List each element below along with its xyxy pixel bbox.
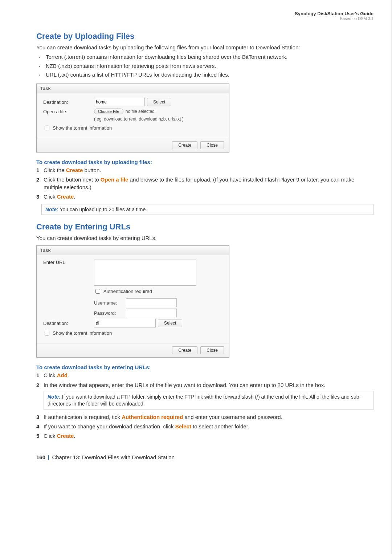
step-item: Click Add. [36, 372, 373, 379]
step-item: Click the button next to Open a file and… [36, 176, 373, 191]
steps1-headingData type: To create download tasks by uploading fi… [36, 159, 373, 165]
password-input[interactable] [126, 309, 177, 317]
file-hint: ( eg. download.torrent, download.nzb, ur… [94, 117, 222, 122]
step-item: In the window that appears, enter the UR… [36, 382, 373, 410]
doc-title: Synology DiskStation User's Guide [36, 11, 373, 16]
close-button[interactable]: Close [200, 346, 224, 354]
steps2-heading: To create download tasks by entering URL… [36, 364, 373, 370]
destination-input[interactable] [94, 319, 156, 327]
note-label: Note: [48, 394, 61, 400]
section1-bullets: Torrent (.torrent) contains information … [36, 53, 373, 78]
select-ref: Select [175, 423, 191, 429]
enterurl-label: Enter URL: [43, 260, 94, 265]
task-dialog-1: Task Destination: Select Open a file: Ch… [36, 83, 229, 152]
note-text: If you want to download a FTP folder, si… [48, 394, 361, 407]
note-label: Note: [45, 207, 58, 212]
create-ref: Create [57, 194, 74, 200]
select-button[interactable]: Select [147, 98, 171, 106]
create-ref: Create [66, 167, 83, 173]
url-textarea[interactable] [94, 260, 196, 286]
create-button[interactable]: Create [172, 346, 197, 354]
close-button[interactable]: Close [200, 141, 224, 149]
step-item: Click the Create button. [36, 167, 373, 174]
bullet-item: Torrent (.torrent) contains information … [44, 53, 373, 61]
note-box-1: Note: You can upload up to 20 files at a… [41, 204, 373, 215]
note-box-2: Note: If you want to download a FTP fold… [44, 391, 373, 410]
destination-label: Destination: [43, 99, 94, 105]
auth-ref: Authentication required [122, 414, 183, 420]
show-torrent-checkbox[interactable] [45, 331, 49, 335]
doc-subtitle: Based on DSM 3.1 [36, 16, 373, 21]
add-ref: Add [57, 372, 68, 378]
steps1-list: Click the Create button. Click the butto… [36, 167, 373, 200]
steps2-list: Click Add. In the window that appears, e… [36, 372, 373, 440]
step-item: If you want to change your download dest… [36, 423, 373, 430]
dialog-title: Task [37, 84, 229, 93]
bullet-item: NZB (.nzb) contains information for retr… [44, 62, 373, 70]
step-item: Click Create. [36, 193, 373, 200]
file-status: no file selected [126, 109, 155, 114]
show-torrent-label: Show the torrent information [53, 330, 112, 336]
section2-intro: You can create download tasks by enterin… [36, 235, 373, 242]
doc-header: Synology DiskStation User's Guide Based … [36, 11, 373, 21]
chapter-label: Chapter 13: Download Files with Download… [52, 454, 175, 460]
section1-intro: You can create download tasks by uploadi… [36, 44, 373, 51]
step-item: If authentication is required, tick Auth… [36, 414, 373, 421]
auth-checkbox[interactable] [95, 289, 100, 294]
note-text: You can upload up to 20 files at a time. [58, 207, 147, 212]
dialog-title: Task [37, 246, 229, 255]
destination-input[interactable] [94, 98, 145, 106]
create-button[interactable]: Create [172, 141, 197, 149]
task-dialog-2: Task Enter URL: Authentication required … [36, 245, 229, 358]
destination-label: Destination: [43, 321, 94, 326]
password-label: Password: [94, 310, 123, 316]
select-button[interactable]: Select [158, 319, 182, 327]
show-torrent-checkbox[interactable] [45, 126, 49, 130]
page-number: 160 [36, 454, 45, 460]
username-label: Username: [94, 300, 123, 306]
openfile-label: Open a file: [43, 109, 94, 114]
create-ref: Create [57, 433, 74, 439]
openfile-ref: Open a file [101, 176, 128, 183]
footer-separator [48, 455, 49, 460]
step-item: Click Create. [36, 432, 373, 440]
choose-file-button[interactable]: Choose File [94, 109, 123, 114]
auth-label: Authentication required [103, 289, 152, 294]
show-torrent-label: Show the torrent information [53, 125, 112, 131]
section1-title: Create by Uploading Files [36, 32, 373, 41]
page-footer: 160 Chapter 13: Download Files with Down… [36, 454, 373, 460]
bullet-item: URL (.txt) contains a list of HTTP/FTP U… [44, 71, 373, 78]
username-input[interactable] [126, 298, 177, 307]
section2-title: Create by Entering URLs [36, 222, 373, 232]
